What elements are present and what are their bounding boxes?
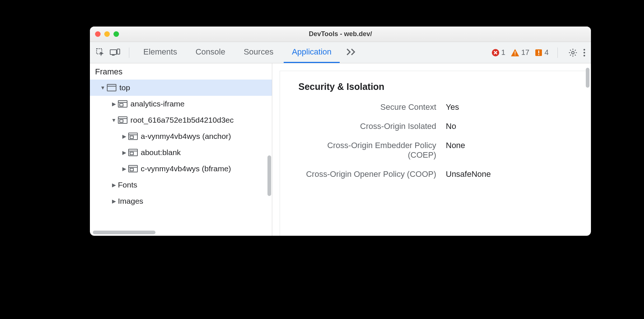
- svg-rect-30: [130, 168, 133, 171]
- iframe-icon: [128, 149, 138, 156]
- device-toolbar-icon[interactable]: [110, 49, 120, 57]
- close-window-button[interactable]: [95, 31, 101, 37]
- svg-point-11: [584, 49, 585, 50]
- devtools-body: Frames ▼top▶analytics-iframe▼root_616a75…: [90, 63, 591, 236]
- triangle-right-icon[interactable]: ▶: [111, 198, 116, 204]
- iframe-icon: [118, 116, 127, 124]
- triangle-down-icon[interactable]: ▼: [100, 85, 105, 91]
- tree-row[interactable]: ▶Fonts: [90, 177, 272, 193]
- svg-rect-2: [112, 55, 115, 56]
- toolbar-separator: [129, 48, 129, 58]
- svg-rect-1: [110, 50, 116, 55]
- triangle-right-icon[interactable]: ▶: [122, 150, 127, 155]
- tree-label: analytics-iframe: [130, 99, 185, 108]
- tree-row[interactable]: ▶a-vynmy4vb4wys (anchor): [90, 128, 272, 144]
- detail-row: Cross-Origin Opener Policy (COOP)UnsafeN…: [298, 169, 575, 179]
- svg-rect-9: [538, 54, 539, 55]
- sidebar-scrollbar-vertical[interactable]: [267, 155, 271, 196]
- inspect-element-icon[interactable]: [96, 48, 105, 57]
- iframe-icon: [128, 165, 138, 172]
- tab-console[interactable]: Console: [188, 42, 234, 63]
- zoom-window-button[interactable]: [113, 31, 119, 37]
- detail-row: Secure ContextYes: [298, 102, 575, 112]
- error-icon: [491, 49, 500, 57]
- tree-row[interactable]: ▶about:blank: [90, 144, 272, 161]
- window-title: DevTools - web.dev/: [90, 30, 591, 38]
- devtools-toolbar: Elements Console Sources Application 1 1…: [90, 42, 591, 63]
- detail-row: Cross-Origin Embedder Policy (COEP)None: [298, 141, 575, 160]
- tree-label: about:blank: [141, 148, 181, 157]
- window-icon: [107, 84, 116, 91]
- detail-value: UnsafeNone: [446, 169, 491, 179]
- minimize-window-button[interactable]: [104, 31, 110, 37]
- settings-icon[interactable]: [568, 48, 578, 57]
- status-counters: 1 17 4: [489, 48, 552, 57]
- tab-application[interactable]: Application: [284, 42, 340, 63]
- svg-rect-3: [117, 49, 120, 54]
- detail-value: No: [446, 122, 456, 131]
- svg-point-13: [584, 55, 585, 56]
- detail-key: Cross-Origin Isolated: [298, 122, 446, 131]
- tree-label: c-vynmy4vb4wys (bframe): [141, 164, 231, 173]
- svg-rect-8: [538, 50, 539, 53]
- more-tabs-button[interactable]: [342, 47, 360, 58]
- svg-rect-24: [130, 136, 133, 139]
- iframe-icon: [118, 100, 127, 108]
- iframe-icon: [128, 133, 138, 140]
- detail-key: Cross-Origin Opener Policy (COOP): [298, 169, 446, 179]
- toolbar-separator: [557, 48, 558, 58]
- tab-elements[interactable]: Elements: [135, 42, 185, 63]
- frames-tree: ▼top▶analytics-iframe▼root_616a752e1b5d4…: [90, 80, 272, 209]
- issues-icon: [535, 49, 543, 57]
- tab-label: Console: [196, 47, 225, 57]
- kebab-menu-icon[interactable]: [583, 48, 586, 57]
- tree-row[interactable]: ▶analytics-iframe: [90, 96, 272, 112]
- detail-scrollbar-vertical[interactable]: [586, 68, 589, 88]
- svg-rect-6: [515, 55, 515, 55]
- errors-count: 1: [501, 48, 505, 57]
- errors-counter[interactable]: 1: [491, 48, 505, 57]
- tree-label: root_616a752e1b5d4210d3ec: [130, 116, 234, 125]
- tree-row[interactable]: ▶Images: [90, 193, 272, 209]
- triangle-right-icon[interactable]: ▶: [111, 182, 116, 188]
- titlebar: DevTools - web.dev/: [90, 27, 591, 42]
- detail-value: Yes: [446, 102, 459, 112]
- tab-label: Elements: [143, 47, 177, 57]
- tab-label: Sources: [244, 47, 273, 57]
- sidebar-scrollbar-horizontal[interactable]: [93, 231, 155, 234]
- detail-value: None: [446, 141, 465, 150]
- svg-rect-21: [120, 120, 123, 122]
- traffic-lights: [95, 31, 119, 37]
- issues-count: 4: [545, 48, 549, 57]
- triangle-down-icon[interactable]: ▼: [111, 117, 116, 123]
- svg-rect-18: [120, 104, 123, 106]
- svg-point-10: [572, 51, 574, 54]
- detail-row: Cross-Origin IsolatedNo: [298, 122, 575, 131]
- triangle-right-icon[interactable]: ▶: [122, 133, 127, 139]
- warnings-counter[interactable]: 17: [511, 48, 529, 57]
- warnings-count: 17: [521, 48, 529, 57]
- tree-row[interactable]: ▼root_616a752e1b5d4210d3ec: [90, 112, 272, 128]
- svg-rect-14: [107, 84, 116, 91]
- issues-counter[interactable]: 4: [535, 48, 549, 57]
- tree-row[interactable]: ▼top: [90, 80, 272, 96]
- detail-key: Cross-Origin Embedder Policy (COEP): [298, 141, 446, 160]
- svg-point-12: [584, 52, 585, 53]
- tree-label: a-vynmy4vb4wys (anchor): [141, 132, 231, 141]
- frames-sidebar: Frames ▼top▶analytics-iframe▼root_616a75…: [90, 63, 272, 236]
- devtools-window: DevTools - web.dev/ Elements Console Sou…: [90, 27, 591, 236]
- chevrons-right-icon: [346, 48, 356, 56]
- tab-sources[interactable]: Sources: [235, 42, 281, 63]
- triangle-right-icon[interactable]: ▶: [111, 101, 116, 107]
- warning-icon: [511, 49, 519, 57]
- tab-label: Application: [292, 47, 332, 57]
- tree-label: Images: [118, 197, 143, 206]
- svg-rect-27: [130, 152, 133, 155]
- tree-label: Fonts: [118, 180, 137, 189]
- tree-label: top: [119, 83, 130, 92]
- triangle-right-icon[interactable]: ▶: [122, 166, 127, 172]
- tree-row[interactable]: ▶c-vynmy4vb4wys (bframe): [90, 161, 272, 177]
- svg-rect-5: [515, 51, 515, 54]
- sidebar-heading: Frames: [90, 63, 272, 80]
- section-title: Security & Isolation: [298, 81, 575, 92]
